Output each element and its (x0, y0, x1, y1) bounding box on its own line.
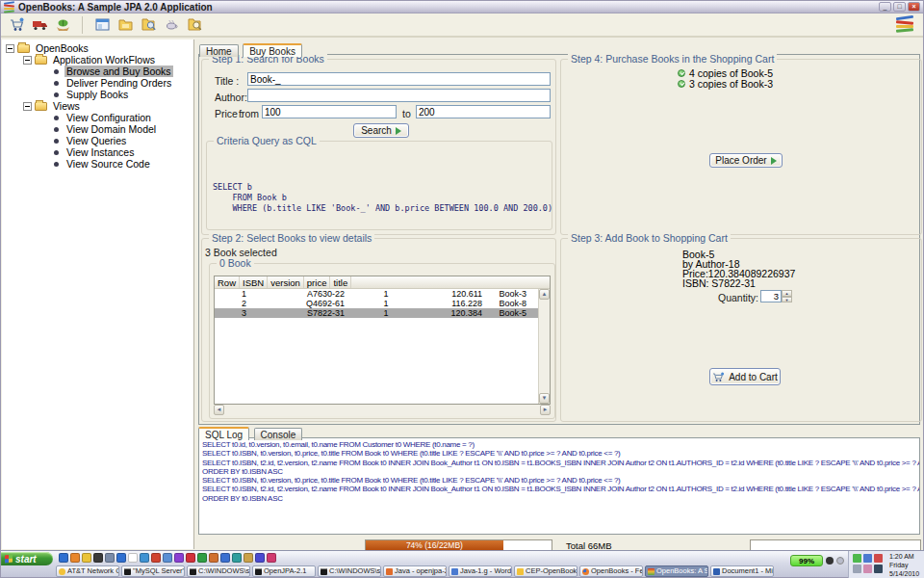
vertical-scrollbar[interactable]: ▲ ▼ (538, 289, 550, 404)
quick-launch-icon[interactable] (70, 553, 80, 563)
task-button[interactable]: OpenJPA-2.1 (252, 565, 316, 577)
quick-launch-icon[interactable] (220, 553, 230, 563)
title-bar[interactable]: OpenBooks: A Sample JPA 2.0 Application … (1, 1, 923, 13)
quick-launch-icon[interactable] (255, 553, 265, 563)
view-instances-icon[interactable] (160, 14, 183, 35)
price-to-input[interactable] (416, 105, 551, 118)
quick-launch-icon[interactable] (244, 553, 253, 563)
quick-launch-icon[interactable] (82, 553, 91, 563)
start-button[interactable]: start (1, 552, 53, 565)
tree-expander-icon[interactable] (23, 56, 32, 65)
tray-icon[interactable] (874, 565, 883, 573)
cart-icon (712, 372, 725, 382)
add-to-cart-button[interactable]: Add to Cart (709, 368, 781, 385)
horizontal-scrollbar[interactable]: ◄ ► (214, 405, 551, 416)
app-window: OpenBooks: A Sample JPA 2.0 Application … (0, 0, 924, 578)
task-icon (451, 568, 458, 575)
quantity-stepper[interactable]: ▲ ▼ (760, 290, 792, 302)
tray-icon[interactable] (853, 554, 861, 563)
quick-launch-icon[interactable] (59, 553, 68, 563)
scroll-up-button[interactable]: ▲ (539, 289, 550, 300)
quick-launch-icon[interactable] (105, 553, 115, 563)
quick-launch-icon[interactable] (209, 553, 218, 563)
tray-icon[interactable] (863, 565, 872, 573)
tree-item[interactable]: View Configuration (2, 112, 193, 123)
scroll-down-button[interactable]: ▼ (539, 393, 550, 404)
table-header[interactable]: RowISBNversionpricetitle (215, 276, 550, 289)
tree-item[interactable]: Deliver Pending Orders (2, 77, 193, 89)
quick-launch-icon[interactable] (128, 553, 138, 563)
books-table[interactable]: RowISBNversionpricetitle 1 A7630-22 1 12… (214, 276, 551, 405)
battery-indicator[interactable]: 99% (790, 555, 823, 566)
task-button[interactable]: Java - openjpa-2... (383, 565, 447, 577)
task-button[interactable]: Java-1.g - WordPad (449, 565, 512, 577)
table-row[interactable]: 1 A7630-22 1 120.611 Book-3 (215, 289, 550, 299)
tab-buy-books[interactable]: Buy Books (243, 43, 302, 57)
quick-launch-icon[interactable] (186, 553, 195, 563)
quick-launch-icon[interactable] (140, 553, 149, 563)
view-domain-model-icon[interactable] (114, 14, 137, 35)
quick-launch-icon[interactable] (267, 553, 276, 563)
quick-launch-icon[interactable] (151, 553, 161, 563)
quick-launch-icon[interactable] (232, 553, 242, 563)
scroll-right-button[interactable]: ► (540, 405, 551, 415)
tree-item[interactable]: Supply Books (2, 89, 193, 100)
task-button[interactable]: C:\WINDOWS\sys... (187, 565, 250, 577)
quick-launch-icon[interactable] (116, 553, 126, 563)
view-configuration-icon[interactable] (90, 14, 114, 35)
place-order-button[interactable]: Place Order (709, 153, 783, 168)
quick-launch-icon[interactable] (174, 553, 184, 563)
quick-launch-icon[interactable] (93, 553, 103, 563)
buy-books-cart-icon[interactable] (5, 14, 28, 35)
log-tabs: SQL Log Console (198, 425, 302, 442)
tree-item[interactable]: Views (2, 100, 193, 112)
navigation-tree[interactable]: OpenBooks Application WorkFlows Browse a… (2, 39, 194, 549)
author-label: Author: (215, 92, 247, 103)
status-icon[interactable] (836, 557, 844, 565)
deliver-orders-truck-icon[interactable] (28, 14, 51, 35)
quick-launch-icon[interactable] (163, 553, 172, 563)
tab-home[interactable]: Home (199, 44, 239, 57)
tree-node-icon (35, 56, 47, 65)
table-row[interactable]: 2 Q4692-61 1 116.228 Book-8 (215, 299, 550, 308)
author-input[interactable] (247, 89, 551, 102)
title-input[interactable] (247, 72, 551, 86)
tree-item[interactable]: Application WorkFlows (2, 54, 193, 66)
task-button[interactable]: C:\WINDOWS\sys... (318, 565, 381, 577)
tree-expander-icon[interactable] (6, 44, 14, 53)
search-button[interactable]: Search (353, 123, 409, 138)
quick-launch-icon[interactable] (197, 553, 207, 563)
tab-sql-log[interactable]: SQL Log (198, 427, 249, 440)
task-button[interactable]: "MySQL Server" (121, 565, 185, 577)
tree-item[interactable]: OpenBooks (2, 42, 193, 54)
price-from-input[interactable] (262, 105, 397, 118)
tree-expander-icon[interactable] (23, 102, 32, 111)
tray-icon[interactable] (853, 565, 861, 573)
view-source-code-icon[interactable] (183, 14, 206, 35)
quantity-input[interactable] (760, 290, 782, 302)
tray-icon[interactable] (863, 554, 872, 563)
tree-item[interactable]: View Instances (2, 146, 193, 158)
view-queries-icon[interactable] (137, 14, 160, 35)
sql-log[interactable]: SELECT t0.id, t0.version, t0.email, t0.n… (198, 437, 920, 535)
task-button[interactable]: AT&T Network Cl... (56, 565, 119, 577)
task-button[interactable]: OpenBooks: A Sa... (645, 565, 708, 577)
task-button[interactable]: OpenBooks - Feat... (579, 565, 643, 577)
tray-icon[interactable] (874, 554, 883, 563)
supply-books-icon[interactable] (51, 14, 74, 35)
task-button[interactable]: Document1 - Micr... (710, 565, 774, 577)
tree-item[interactable]: View Queries (2, 135, 193, 146)
table-row[interactable]: 3 S7822-31 1 120.384 Book-5 (215, 308, 550, 318)
task-button[interactable]: CEP-OpenBooks (514, 565, 578, 577)
close-button[interactable]: × (908, 2, 920, 12)
quantity-down-button[interactable]: ▼ (782, 297, 792, 303)
maximize-button[interactable]: □ (893, 2, 906, 12)
tab-console[interactable]: Console (254, 428, 303, 440)
minimize-button[interactable]: _ (879, 2, 891, 12)
tree-item[interactable]: Browse and Buy Books (2, 66, 193, 77)
tree-item[interactable]: View Source Code (2, 158, 193, 170)
volume-icon[interactable] (826, 557, 834, 565)
tree-item[interactable]: View Domain Model (2, 123, 193, 135)
play-icon (771, 157, 777, 165)
scroll-left-button[interactable]: ◄ (214, 405, 224, 415)
